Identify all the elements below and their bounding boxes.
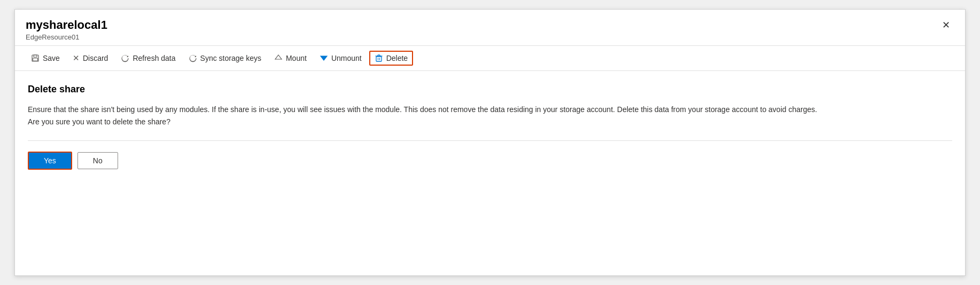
mount-icon (274, 54, 283, 62)
save-button[interactable]: Save (26, 51, 65, 66)
panel-subtitle: EdgeResource01 (26, 33, 107, 41)
close-button[interactable]: ✕ (938, 18, 954, 32)
delete-icon (375, 54, 383, 62)
unmount-icon (320, 54, 328, 62)
mount-button[interactable]: Mount (269, 51, 312, 66)
mount-label: Mount (286, 54, 307, 62)
refresh-icon (121, 54, 129, 62)
svg-rect-2 (33, 58, 38, 61)
panel-title: mysharelocal1 (26, 18, 107, 32)
unmount-button[interactable]: Unmount (314, 51, 367, 66)
panel-title-group: mysharelocal1 EdgeResource01 (26, 18, 107, 41)
dialog-description: Ensure that the share isn't being used b… (28, 104, 829, 128)
discard-label: Discard (83, 54, 108, 62)
refresh-button[interactable]: Refresh data (115, 51, 181, 66)
toolbar: Save ✕ Discard Refresh data Sync storage… (15, 46, 965, 71)
delete-label: Delete (386, 54, 408, 62)
sync-icon (189, 54, 197, 62)
action-buttons: Yes No (28, 152, 952, 170)
sync-button[interactable]: Sync storage keys (183, 51, 267, 66)
svg-rect-5 (376, 57, 382, 61)
yes-button[interactable]: Yes (28, 152, 72, 170)
content-area: Delete share Ensure that the share isn't… (15, 71, 965, 180)
save-icon (31, 54, 40, 62)
unmount-label: Unmount (331, 54, 362, 62)
discard-icon: ✕ (73, 53, 80, 63)
content-divider (28, 140, 952, 141)
panel-header: mysharelocal1 EdgeResource01 ✕ (15, 10, 965, 46)
refresh-label: Refresh data (133, 54, 175, 62)
save-label: Save (43, 54, 60, 62)
sync-label: Sync storage keys (200, 54, 261, 62)
svg-marker-3 (275, 55, 282, 59)
dialog-title: Delete share (28, 84, 952, 95)
no-button[interactable]: No (77, 152, 118, 169)
svg-marker-4 (321, 56, 327, 60)
panel: mysharelocal1 EdgeResource01 ✕ Save ✕ Di… (14, 9, 966, 276)
close-icon: ✕ (942, 20, 950, 30)
delete-button[interactable]: Delete (369, 51, 413, 66)
discard-button[interactable]: ✕ Discard (67, 50, 113, 66)
